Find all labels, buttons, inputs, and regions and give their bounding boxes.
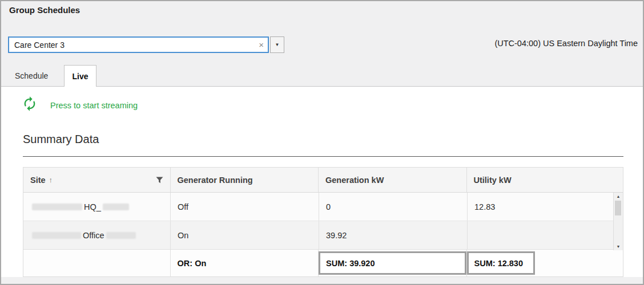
- generator-cell: Off: [171, 193, 319, 221]
- group-schedules-window: Group Schedules × ▼ (UTC-04:00) US Easte…: [0, 0, 644, 285]
- table-footer-row: OR: On SUM: 39.920 SUM: 12.830: [23, 250, 623, 276]
- page-title: Group Schedules: [9, 5, 80, 15]
- column-label-site: Site: [30, 176, 46, 185]
- start-streaming-button[interactable]: [22, 96, 38, 112]
- table-row: HQ_ Off 0 12.83: [23, 193, 623, 221]
- site-name-visible: HQ_: [84, 202, 101, 211]
- clear-icon[interactable]: ×: [255, 40, 268, 49]
- redacted-text: [32, 232, 81, 239]
- chevron-down-icon: ▼: [275, 42, 280, 47]
- timezone-label: (UTC-04:00) US Eastern Daylight Time: [494, 39, 638, 48]
- footer-generation-cell: SUM: 39.920: [319, 250, 466, 276]
- scroll-thumb[interactable]: [615, 201, 621, 215]
- filter-icon[interactable]: [156, 177, 163, 184]
- table-header-row: Site ↑ Generator Running Generation kW U…: [23, 168, 623, 193]
- generator-cell: On: [171, 221, 319, 249]
- live-tab-content: Press to start streaming Summary Data Si…: [1, 87, 643, 277]
- vertical-scrollbar[interactable]: ▲ ▼: [613, 193, 623, 250]
- utility-cell: 12.83: [468, 193, 614, 221]
- redacted-text: [106, 232, 136, 239]
- footer-scrollbar-spacer: [613, 250, 623, 276]
- column-header-utility-kw[interactable]: Utility kW: [467, 168, 614, 192]
- header-scrollbar-spacer: [613, 168, 623, 192]
- dropdown-button[interactable]: ▼: [270, 36, 284, 53]
- summary-table: Site ↑ Generator Running Generation kW U…: [23, 167, 623, 277]
- footer-site-cell: [23, 250, 171, 276]
- scroll-up-icon[interactable]: ▲: [617, 194, 621, 198]
- streaming-action-label[interactable]: Press to start streaming: [50, 101, 138, 110]
- tab-live[interactable]: Live: [64, 65, 96, 87]
- column-header-site[interactable]: Site ↑: [23, 168, 171, 192]
- site-combobox[interactable]: × ▼: [8, 36, 284, 53]
- redacted-text: [32, 203, 82, 210]
- summary-divider: [23, 156, 623, 157]
- site-combobox-field[interactable]: ×: [8, 36, 269, 53]
- site-search-input[interactable]: [9, 40, 255, 50]
- footer-utility-cell: SUM: 12.830: [467, 250, 613, 276]
- column-header-generation-kw[interactable]: Generation kW: [319, 168, 467, 192]
- tab-schedule[interactable]: Schedule: [15, 71, 48, 80]
- site-cell: HQ_: [23, 193, 171, 221]
- generation-cell: 0: [319, 193, 468, 221]
- footer-or-cell: OR: On: [171, 250, 319, 276]
- sort-ascending-icon: ↑: [49, 176, 53, 184]
- utility-sum-box: SUM: 12.830: [467, 251, 535, 275]
- generation-cell: 39.92: [319, 221, 468, 249]
- redacted-text: [103, 203, 129, 210]
- column-header-generator-running[interactable]: Generator Running: [171, 168, 319, 192]
- refresh-icon: [22, 96, 38, 112]
- site-name-visible: Office: [83, 231, 104, 240]
- utility-cell: [468, 221, 614, 249]
- summary-data-heading: Summary Data: [23, 133, 99, 146]
- table-row: Office On 39.92: [23, 221, 623, 250]
- site-cell: Office: [23, 221, 171, 249]
- scroll-down-icon[interactable]: ▼: [617, 245, 621, 249]
- generation-sum-box: SUM: 39.920: [319, 251, 466, 275]
